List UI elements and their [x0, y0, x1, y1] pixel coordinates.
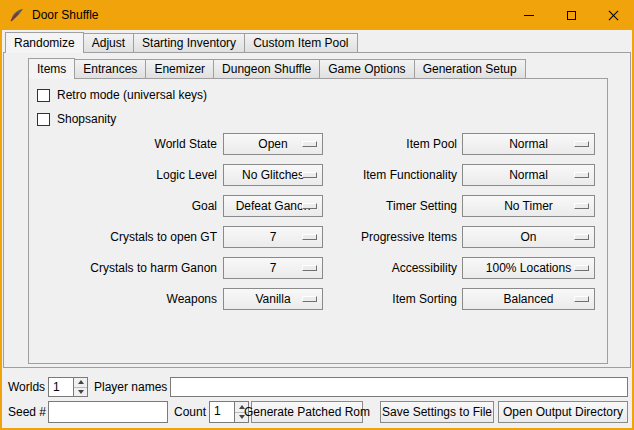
tab-dungeon-shuffle[interactable]: Dungeon Shuffle [214, 59, 320, 79]
option-row: Crystals to harm Ganon 7 Accessibility 1… [29, 257, 607, 279]
tab-generation-setup[interactable]: Generation Setup [415, 59, 526, 79]
logic-level-dropdown[interactable]: No Glitches [223, 164, 323, 186]
crystals-ganon-label: Crystals to harm Ganon [33, 257, 217, 279]
retro-mode-label: Retro mode (universal keys) [57, 88, 207, 102]
accessibility-label: Accessibility [333, 257, 457, 279]
save-settings-button[interactable]: Save Settings to File [380, 401, 494, 423]
shopsanity-checkbox-row: Shopsanity [37, 111, 116, 127]
dropdown-indicator-icon [302, 296, 317, 302]
tab-enemizer[interactable]: Enemizer [146, 59, 214, 79]
randomize-sub-tab-bar: Items Entrances Enemizer Dungeon Shuffle… [28, 58, 526, 79]
minimize-icon [524, 15, 534, 16]
client-area: Retro mode (universal keys) Shopsanity W… [2, 30, 632, 428]
goal-label: Goal [33, 195, 217, 217]
tab-randomize[interactable]: Randomize [5, 32, 84, 53]
window-title: Door Shuffle [32, 8, 99, 22]
goal-value: Defeat Ganon [236, 199, 311, 213]
world-state-label: World State [33, 133, 217, 155]
dropdown-indicator-icon [302, 265, 317, 271]
main-tab-bar: Randomize Adjust Starting Inventory Cust… [5, 32, 358, 53]
dropdown-indicator-icon [574, 234, 589, 240]
timer-setting-dropdown[interactable]: No Timer [462, 195, 595, 217]
worlds-spin-arrows [73, 378, 87, 396]
item-pool-dropdown[interactable]: Normal [462, 133, 595, 155]
world-state-value: Open [258, 137, 287, 151]
seed-label: Seed # [8, 402, 46, 422]
dropdown-indicator-icon [302, 234, 317, 240]
weapons-label: Weapons [33, 288, 217, 310]
window-controls [508, 0, 634, 30]
retro-mode-checkbox[interactable] [37, 89, 50, 102]
timer-setting-label: Timer Setting [333, 195, 457, 217]
spin-down-button[interactable] [74, 388, 87, 397]
timer-setting-value: No Timer [504, 199, 553, 213]
dropdown-indicator-icon [574, 141, 589, 147]
crystals-gt-label: Crystals to open GT [33, 226, 217, 248]
option-row: Crystals to open GT 7 Progressive Items … [29, 226, 607, 248]
open-output-directory-button[interactable]: Open Output Directory [498, 401, 628, 423]
worlds-spinbox[interactable]: 1 [48, 377, 88, 397]
progressive-items-label: Progressive Items [333, 226, 457, 248]
worlds-value: 1 [49, 378, 73, 396]
player-names-input[interactable] [170, 377, 628, 397]
accessibility-dropdown[interactable]: 100% Locations [462, 257, 595, 279]
item-functionality-dropdown[interactable]: Normal [462, 164, 595, 186]
minimize-button[interactable] [508, 0, 550, 30]
tab-game-options[interactable]: Game Options [320, 59, 414, 79]
tab-entrances[interactable]: Entrances [75, 59, 146, 79]
count-value: 1 [210, 402, 234, 422]
crystals-gt-value: 7 [270, 230, 277, 244]
app-window: Door Shuffle Retro mode (universal keys)… [0, 0, 634, 430]
tab-adjust[interactable]: Adjust [84, 33, 134, 53]
player-names-label: Player names [94, 377, 167, 397]
item-pool-value: Normal [509, 137, 548, 151]
progressive-items-value: On [520, 230, 536, 244]
generate-patched-rom-button[interactable]: Generate Patched Rom [251, 401, 363, 423]
crystals-ganon-dropdown[interactable]: 7 [223, 257, 323, 279]
option-row: World State Open Item Pool Normal [29, 133, 607, 155]
maximize-button[interactable] [550, 0, 592, 30]
arrow-up-icon [78, 380, 84, 384]
count-label: Count [174, 402, 206, 422]
item-sorting-value: Balanced [503, 292, 553, 306]
goal-dropdown[interactable]: Defeat Ganon [223, 195, 323, 217]
arrow-down-icon [78, 390, 84, 394]
dropdown-indicator-icon [302, 141, 317, 147]
item-functionality-label: Item Functionality [333, 164, 457, 186]
shopsanity-label: Shopsanity [57, 112, 116, 126]
crystals-gt-dropdown[interactable]: 7 [223, 226, 323, 248]
world-state-dropdown[interactable]: Open [223, 133, 323, 155]
titlebar[interactable]: Door Shuffle [0, 0, 634, 30]
item-functionality-value: Normal [509, 168, 548, 182]
progressive-items-dropdown[interactable]: On [462, 226, 595, 248]
close-button[interactable] [592, 0, 634, 30]
option-row: Logic Level No Glitches Item Functionali… [29, 164, 607, 186]
item-sorting-dropdown[interactable]: Balanced [462, 288, 595, 310]
dropdown-indicator-icon [574, 265, 589, 271]
option-row: Goal Defeat Ganon Timer Setting No Timer [29, 195, 607, 217]
tab-starting-inventory[interactable]: Starting Inventory [134, 33, 245, 53]
retro-mode-checkbox-row: Retro mode (universal keys) [37, 87, 207, 103]
option-row: Weapons Vanilla Item Sorting Balanced [29, 288, 607, 310]
shopsanity-checkbox[interactable] [37, 113, 50, 126]
dropdown-indicator-icon [574, 296, 589, 302]
dropdown-indicator-icon [574, 172, 589, 178]
spin-up-button[interactable] [74, 378, 87, 388]
accessibility-value: 100% Locations [486, 261, 571, 275]
dropdown-indicator-icon [302, 172, 317, 178]
items-page: Retro mode (universal keys) Shopsanity W… [28, 78, 608, 364]
maximize-icon [567, 11, 576, 20]
app-icon [9, 7, 25, 23]
tab-items[interactable]: Items [28, 58, 75, 79]
tab-custom-item-pool[interactable]: Custom Item Pool [245, 33, 357, 53]
dropdown-indicator-icon [574, 203, 589, 209]
seed-input[interactable] [48, 401, 168, 423]
weapons-dropdown[interactable]: Vanilla [223, 288, 323, 310]
logic-level-label: Logic Level [33, 164, 217, 186]
crystals-ganon-value: 7 [270, 261, 277, 275]
dropdown-indicator-icon [302, 203, 317, 209]
worlds-label: Worlds [8, 377, 45, 397]
close-icon [608, 10, 619, 21]
item-pool-label: Item Pool [333, 133, 457, 155]
weapons-value: Vanilla [255, 292, 290, 306]
